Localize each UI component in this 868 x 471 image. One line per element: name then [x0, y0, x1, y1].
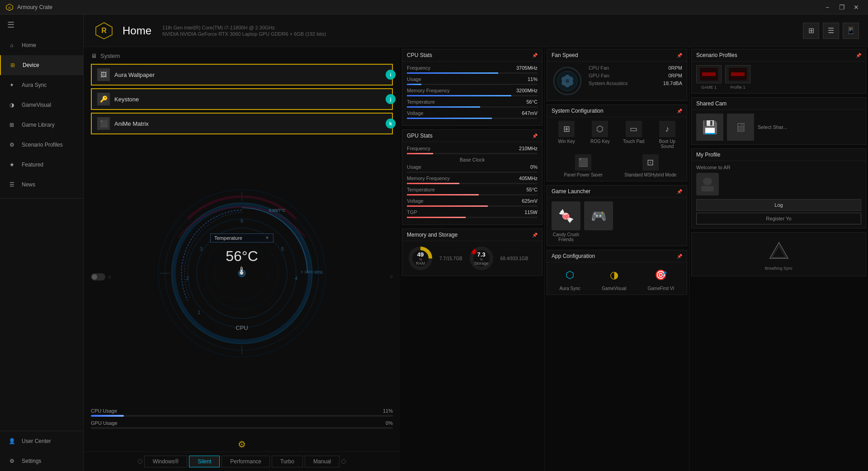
device-item-keystone[interactable]: 🔑 Keystone j [91, 88, 393, 110]
sidebar-item-home[interactable]: ⌂ Home [0, 35, 83, 55]
shared-cam-title: Shared Cam [696, 100, 726, 107]
layout-grid-button[interactable]: ⊞ [803, 23, 819, 39]
svg-text:5: 5 [281, 246, 284, 252]
gpu-stats-pin[interactable]: 📌 [532, 133, 538, 138]
game-launcher-title: Game Launcher [552, 188, 590, 195]
svg-point-35 [565, 79, 570, 83]
device-item-anime-matrix[interactable]: ⬛ AniMe Matrix k [91, 113, 393, 134]
config-touchpad[interactable]: ▭ Touch Pad [619, 121, 649, 149]
toggle-switch[interactable] [91, 273, 105, 281]
sidebar-item-device[interactable]: ⊞ Device [0, 55, 83, 75]
svg-text:× 1000 MHz: × 1000 MHz [301, 270, 323, 274]
keystone-label: Keystone [114, 96, 387, 103]
user-center-icon: 👤 [7, 437, 16, 446]
sidebar-item-aura-sync[interactable]: ✦ Aura Sync [0, 75, 83, 95]
rog-logo: R [93, 19, 115, 42]
sidebar-item-gamevisual[interactable]: ◑ GameVisual [0, 95, 83, 115]
gpu-usage-label: GPU Usage [91, 420, 118, 426]
temp-display-area: 56°C 🌡 [226, 248, 258, 277]
fan-speed-pin[interactable]: 📌 [677, 53, 682, 58]
cpu-memfreq-label: Memory Frequency [407, 88, 450, 93]
main-content: R Home 11th Gen Intel(R) Core(TM) i7-118… [84, 14, 868, 471]
app-gamevisual[interactable]: ◑ GameVisual [602, 266, 626, 291]
restore-button[interactable]: ❐ [835, 3, 848, 12]
mshybrid-icon: ⊡ [642, 154, 659, 171]
tab-performance[interactable]: Performance [222, 456, 270, 467]
cpu-temp-label: Temperature [407, 99, 435, 105]
game-thumb-2: 🎮 [584, 201, 613, 230]
layout-list-button[interactable]: ☰ [823, 23, 839, 39]
gpu-fan-value: 0RPM [668, 73, 682, 78]
cpu-usage-fill [91, 415, 124, 417]
storage-donut: 7.3 % Storage [468, 245, 495, 272]
cpu-stats-pin[interactable]: 📌 [532, 53, 538, 58]
breathing-sync-item[interactable]: Breathing Sync [696, 236, 861, 272]
scenario-profiles-panel: Scenario Profiles 📌 [691, 49, 866, 94]
sidebar-item-featured[interactable]: ★ Featured [0, 155, 83, 175]
close-button[interactable]: ✕ [850, 3, 863, 12]
login-button[interactable]: Log [696, 199, 861, 211]
tab-silent[interactable]: Silent [189, 456, 220, 467]
ram-label: RAM [416, 261, 425, 266]
cpu-usage-row: CPU Usage 11% [91, 408, 393, 417]
news-icon: ☰ [7, 180, 16, 189]
game-candy-crush[interactable]: 🍬 Candy Crush Friends [552, 201, 580, 242]
tab-manual[interactable]: Manual [305, 456, 340, 467]
device-item-aura-wallpaper[interactable]: 🖼 Aura Wallpaper i [91, 64, 393, 86]
memory-storage-pin[interactable]: 📌 [532, 233, 538, 238]
breathing-sync-label: Breathing Sync [765, 266, 793, 271]
tab-windows[interactable]: Windows® [144, 456, 188, 467]
config-bootup-sound[interactable]: ♪ Boot Up Sound [652, 121, 682, 149]
gpu-usage-label: Usage [407, 164, 421, 170]
config-panel-power[interactable]: ⬛ Panel Power Saver [552, 154, 615, 177]
layout-mobile-button[interactable]: 📱 [843, 23, 859, 39]
cam-thumb-2[interactable]: 🖥 [727, 114, 754, 141]
scenario-profile1-label: Profile 1 [730, 85, 745, 90]
app-aura-sync-icon: ⬡ [561, 266, 579, 284]
mshybrid-label: Standard MSHybrid Mode [624, 172, 676, 177]
tab-turbo[interactable]: Turbo [272, 456, 303, 467]
scenario-thumb-profile1[interactable]: Profile 1 [725, 65, 750, 90]
hamburger-menu[interactable]: ☰ [0, 14, 83, 35]
system-config-pin[interactable]: 📌 [677, 109, 682, 114]
acoustics-value: 18.7dBA [663, 81, 682, 86]
app-config-body: ⬡ Aura Sync ◑ GameVisual 🎯 GameFirst VI [547, 262, 687, 295]
candy-crush-name: Candy Crush Friends [552, 232, 580, 242]
scenario-thumb-game1[interactable]: GAME 1 [696, 65, 722, 90]
left-panel: 🖥 System 🖼 Aura Wallpaper i 🔑 Keystone j [84, 47, 400, 471]
featured-icon: ★ [7, 160, 16, 169]
config-mshybrid[interactable]: ⊡ Standard MSHybrid Mode [619, 154, 683, 177]
aura-wallpaper-label: Aura Wallpaper [114, 71, 387, 78]
gpu-usage-value: 0% [530, 164, 538, 170]
app-title: Armoury Crate [17, 4, 821, 10]
memory-storage-title: Memory and Storage [407, 232, 458, 238]
config-win-key[interactable]: ⊞ Win Key [552, 121, 581, 149]
gpu-temp-value: 55°C [526, 187, 538, 192]
temp-dropdown-arrow[interactable]: ▼ [265, 235, 269, 240]
app-config-pin[interactable]: 📌 [677, 254, 682, 259]
app-aura-sync[interactable]: ⬡ Aura Sync [560, 266, 580, 291]
game-item-2[interactable]: 🎮 [584, 201, 613, 242]
aura-wallpaper-badge: i [386, 70, 396, 80]
app-gamefirst[interactable]: 🎯 GameFirst VI [647, 266, 674, 291]
scenario-profiles-pin[interactable]: 📌 [856, 53, 861, 58]
fan-speed-title: Fan Speed [552, 52, 578, 58]
sidebar-item-game-library[interactable]: ⊞ Game Library [0, 115, 83, 135]
gpu-info-text: NVIDIA NVIDIA GeForce RTX 3060 Laptop GP… [162, 31, 326, 37]
sidebar: ☰ ⌂ Home ⊞ Device ✦ Aura Sync ◑ GameVisu… [0, 14, 84, 471]
touchpad-label: Touch Pad [623, 139, 644, 144]
game-launcher-pin[interactable]: 📌 [677, 189, 682, 194]
sidebar-item-news[interactable]: ☰ News [0, 175, 83, 195]
minimize-button[interactable]: − [821, 3, 834, 12]
sidebar-item-settings[interactable]: ⚙ Settings [0, 451, 83, 471]
sidebar-bottom: 👤 User Center ⚙ Settings [0, 431, 83, 471]
register-button[interactable]: Register Yo [696, 213, 861, 224]
acoustics-label: System Acoustics [589, 81, 627, 86]
usage-section: CPU Usage 11% GPU Usage 0% [84, 404, 400, 437]
shared-cam-panel: Shared Cam 💾 🖥 Select Shar... [691, 97, 866, 145]
ram-center-info: 49 % RAM [416, 251, 425, 266]
sidebar-item-scenario-profiles[interactable]: ⚙ Scenario Profiles [0, 135, 83, 155]
sidebar-item-user-center[interactable]: 👤 User Center [0, 431, 83, 451]
config-rog-key[interactable]: ⬡ ROG Key [585, 121, 615, 149]
cam-thumb-1[interactable]: 💾 [696, 114, 723, 141]
